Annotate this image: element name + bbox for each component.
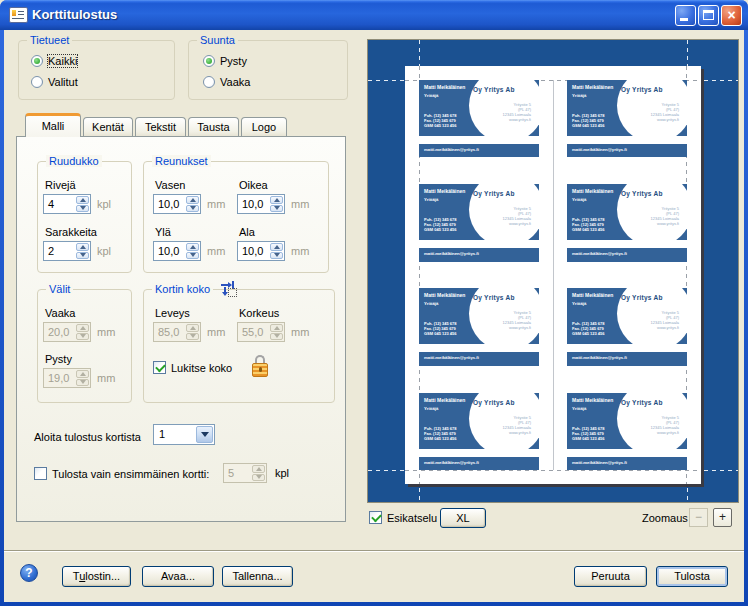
footer-divider [4,550,744,552]
margin-top-spinner[interactable]: 10,0 [153,241,201,261]
card-email: matti.meikäläinen@yritys.fi [424,355,479,360]
tab-tausta[interactable]: Tausta [188,117,239,137]
gap-v-spinner: 19,0 [43,368,91,388]
records-group: Tietueet Kaikki Valitut [18,40,175,100]
spin-down-button[interactable] [270,205,283,213]
cancel-button[interactable]: Peruuta [574,566,647,587]
card-company: Oy Yritys Ab [473,399,515,407]
radio-icon [203,76,215,88]
maximize-button[interactable] [698,5,719,26]
cols-label: Sarakkeita [45,226,97,238]
radio-valitut[interactable]: Valitut [31,76,78,88]
rows-spinner[interactable]: 4 [43,194,91,214]
spin-up-button[interactable] [76,243,89,251]
card-size-group-label: Kortin koko [152,283,213,295]
card-phone: Puh. (12) 345 678 [572,426,604,431]
radio-kaikki[interactable]: Kaikki [31,55,77,67]
spin-up-button[interactable] [270,196,283,204]
card-address: Yritystie 5 (PL 47) 12345 Loimaala www.y… [503,102,531,122]
spin-up-button[interactable] [76,196,89,204]
unit-label: mm [97,326,115,338]
copies-unit-label: kpl [275,467,289,479]
card-height-label: Korkeus [239,307,279,319]
tab-tekstit[interactable]: Tekstit [135,117,186,137]
gap-v-label: Pysty [45,353,72,365]
unit-label: mm [291,326,309,338]
card-company: Oy Yritys Ab [473,294,515,302]
lock-size-checkbox[interactable]: Lukitse koko [153,361,232,374]
tab-logo[interactable]: Logo [241,117,287,137]
card-company: Oy Yritys Ab [473,190,515,198]
xl-button[interactable]: XL [440,508,486,528]
help-button[interactable]: ? [20,564,38,582]
print-button[interactable]: Tulosta [656,566,728,587]
margin-right-spinner[interactable]: 10,0 [237,194,285,214]
spin-up-button[interactable] [270,243,283,251]
first-only-checkbox[interactable]: Tulosta vain ensimmäinen kortti: [34,467,209,480]
radio-vaaka[interactable]: Vaaka [203,76,250,88]
cols-spinner[interactable]: 2 [43,241,91,261]
save-button[interactable]: Tallenna... [222,566,293,587]
business-card: Matti Meikäläinen Yrittäjä Puh. (12) 345… [567,184,687,261]
close-button[interactable]: × [721,5,742,26]
start-card-label: Aloita tulostus kortista [34,431,141,443]
rows-unit-label: kpl [97,198,111,210]
card-person-title: Yrittäjä [424,301,438,306]
margin-bottom-spinner[interactable]: 10,0 [237,241,285,261]
card-height-spinner: 55,0 [237,322,285,342]
spin-down-button[interactable] [270,252,283,260]
unit-label: mm [207,245,225,257]
radio-pysty-label: Pysty [220,55,247,67]
card-person-title: Yrittäjä [424,197,438,202]
radio-kaikki-label: Kaikki [48,55,77,67]
card-company: Oy Yritys Ab [621,294,663,302]
zoom-label: Zoomaus [642,512,688,524]
card-company: Oy Yritys Ab [473,86,515,94]
preview-page: Matti Meikäläinen Yrittäjä Puh. (12) 345… [405,66,701,484]
unit-label: mm [291,198,309,210]
card-gsm: GSM 045 123 456 [572,436,604,441]
card-address: Yritystie 5 (PL 47) 12345 Loimaala www.y… [651,206,679,226]
card-email: matti.meikäläinen@yritys.fi [424,147,479,152]
checkbox-icon [34,467,47,480]
margin-right-label: Oikea [239,179,268,191]
card-address: Yritystie 5 (PL 47) 12345 Loimaala www.y… [651,415,679,435]
margin-left-spinner[interactable]: 10,0 [153,194,201,214]
card-email: matti.meikäläinen@yritys.fi [572,460,627,465]
orientation-group: Suunta Pysty Vaaka [188,40,348,100]
unit-label: mm [207,198,225,210]
preview-toggle-checkbox[interactable]: Esikatselu [369,511,437,524]
open-button[interactable]: Avaa... [142,566,214,587]
tab-kentat[interactable]: Kentät [83,117,133,137]
spin-up-button[interactable] [186,243,199,251]
gap-h-spinner: 20,0 [43,322,91,342]
tab-malli[interactable]: Malli [25,113,81,137]
card-email: matti.meikäläinen@yritys.fi [424,251,479,256]
card-person-name: Matti Meikäläinen [572,397,613,403]
spin-up-button [186,324,199,332]
minimize-button[interactable] [675,5,696,26]
preview-panel: Matti Meikäläinen Yrittäjä Puh. (12) 345… [367,39,739,503]
spin-down-button[interactable] [186,252,199,260]
printer-button[interactable]: Tulostin... [62,566,131,587]
card-gsm: GSM 045 123 456 [572,123,604,128]
copies-spinner: 5 [223,463,267,483]
spin-down-button[interactable] [186,205,199,213]
combo-arrow-icon[interactable] [196,426,213,443]
spin-up-button[interactable] [186,196,199,204]
window-title: Korttitulostus [32,7,117,22]
radio-pysty[interactable]: Pysty [203,55,247,67]
unit-label: mm [207,326,225,338]
start-card-select[interactable]: 1 [153,424,215,445]
maximize-icon [703,10,714,20]
spin-down-button[interactable] [76,205,89,213]
spin-down-button[interactable] [76,252,89,260]
card-address: Yritystie 5 (PL 47) 12345 Loimaala www.y… [651,102,679,122]
spin-down-button [270,333,283,341]
radio-valitut-label: Valitut [48,76,78,88]
card-address: Yritystie 5 (PL 47) 12345 Loimaala www.y… [503,415,531,435]
lock-icon [251,355,269,379]
business-card: Matti Meikäläinen Yrittäjä Puh. (12) 345… [567,288,687,365]
cols-unit-label: kpl [97,245,111,257]
zoom-in-button[interactable]: + [713,508,732,527]
